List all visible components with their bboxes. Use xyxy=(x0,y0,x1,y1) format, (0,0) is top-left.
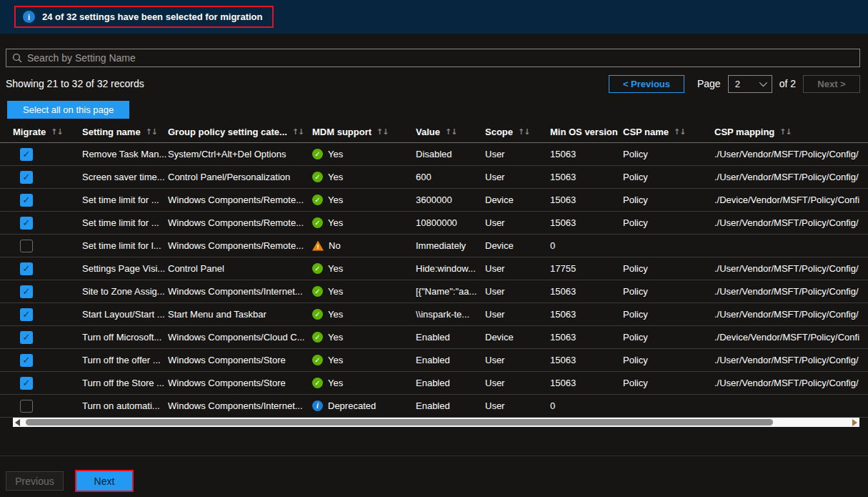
mdm-support-cell: ✓Yes xyxy=(312,378,416,388)
search-box[interactable] xyxy=(6,49,860,67)
success-status-icon: ✓ xyxy=(312,355,323,365)
mdm-support-label: Yes xyxy=(328,309,343,320)
migrate-checkbox[interactable]: ✓ xyxy=(20,217,33,230)
value-cell: 10800000 xyxy=(416,217,485,228)
column-header-scope[interactable]: Scope↑↓ xyxy=(485,127,550,137)
column-label: Group policy setting cate... xyxy=(168,127,287,137)
min-os-version-cell: 15063 xyxy=(550,286,623,297)
setting-name-cell: Set time limit for l... xyxy=(82,240,168,251)
category-cell: Windows Components/Internet... xyxy=(168,400,312,411)
sort-icon: ↑↓ xyxy=(51,127,62,137)
value-cell: Enabled xyxy=(416,332,485,343)
table-row: ✓ Turn off the Store ... Windows Compone… xyxy=(0,372,868,395)
scroll-left-icon[interactable] xyxy=(15,419,20,426)
column-header-setting-name[interactable]: Setting name↑↓ xyxy=(82,127,168,137)
min-os-version-cell: 15063 xyxy=(550,195,623,205)
info-status-icon: i xyxy=(312,400,323,411)
pagination-controls: < Previous Page 2 of 2 Next > xyxy=(609,75,860,93)
horizontal-scrollbar[interactable] xyxy=(13,418,859,427)
checkmark-icon: ✓ xyxy=(23,149,31,159)
mdm-support-cell: ✓Yes xyxy=(312,355,416,365)
value-cell: [{"Name":"aa... xyxy=(416,286,485,297)
setting-name-cell: Remove Task Man... xyxy=(82,149,168,159)
success-status-icon: ✓ xyxy=(312,286,323,297)
wizard-previous-button[interactable]: Previous xyxy=(6,471,64,491)
min-os-version-cell: 15063 xyxy=(550,217,623,228)
column-header-csp-name[interactable]: CSP name↑↓ xyxy=(623,127,714,137)
column-header-csp-mapping[interactable]: CSP mapping↑↓ xyxy=(714,127,868,137)
table-row: ✓ Settings Page Visi... Control Panel ✓Y… xyxy=(0,257,868,280)
migrate-checkbox[interactable]: ✓ xyxy=(20,400,33,413)
sort-icon: ↑↓ xyxy=(146,127,157,137)
value-cell: 600 xyxy=(416,172,485,182)
csp-mapping-cell: ./Device/Vendor/MSFT/Policy/Confi xyxy=(714,195,868,205)
search-input[interactable] xyxy=(27,52,854,64)
migrate-checkbox[interactable]: ✓ xyxy=(20,194,33,207)
mdm-support-cell: !No xyxy=(312,240,416,251)
migrate-checkbox[interactable]: ✓ xyxy=(20,331,33,344)
mdm-support-label: Yes xyxy=(328,149,343,159)
migrate-checkbox[interactable]: ✓ xyxy=(20,354,33,367)
value-cell: Enabled xyxy=(416,400,485,411)
previous-page-button[interactable]: < Previous xyxy=(609,75,684,93)
min-os-version-cell: 0 xyxy=(550,400,623,411)
csp-mapping-cell: ./User/Vendor/MSFT/Policy/Config/ xyxy=(714,286,868,297)
search-icon xyxy=(12,53,22,63)
setting-name-cell: Turn off Microsoft... xyxy=(82,332,168,343)
checkmark-icon: ✓ xyxy=(23,400,31,411)
setting-name-cell: Set time limit for ... xyxy=(82,217,168,228)
category-cell: Start Menu and Taskbar xyxy=(168,309,312,320)
category-cell: Windows Components/Store xyxy=(168,355,312,365)
checkmark-icon: ✓ xyxy=(23,172,31,182)
scope-cell: User xyxy=(485,286,550,297)
migrate-checkbox[interactable]: ✓ xyxy=(20,262,33,275)
next-page-button[interactable]: Next > xyxy=(803,75,860,93)
column-label: Migrate xyxy=(13,127,46,137)
csp-name-cell: Policy xyxy=(623,286,714,297)
column-label: Min OS version xyxy=(550,127,618,137)
column-header-value[interactable]: Value↑↓ xyxy=(416,127,485,137)
migrate-checkbox[interactable]: ✓ xyxy=(20,171,33,184)
table-header: Migrate↑↓Setting name↑↓Group policy sett… xyxy=(0,122,868,143)
column-header-mdm-support[interactable]: MDM support↑↓ xyxy=(312,127,416,137)
page-count-label: of 2 xyxy=(779,78,796,89)
table-row: ✓ Screen saver time... Control Panel/Per… xyxy=(0,166,868,189)
csp-name-cell: Policy xyxy=(623,309,714,320)
checkmark-icon: ✓ xyxy=(23,378,31,388)
setting-name-cell: Start Layout/Start ... xyxy=(82,309,168,320)
scope-cell: User xyxy=(485,400,550,411)
migrate-checkbox[interactable]: ✓ xyxy=(20,240,33,252)
success-status-icon: ✓ xyxy=(312,332,323,343)
column-header-min-os-version[interactable]: Min OS version↑↓ xyxy=(550,127,623,137)
column-header-migrate[interactable]: Migrate↑↓ xyxy=(13,127,82,137)
migrate-checkbox[interactable]: ✓ xyxy=(20,285,33,298)
sort-icon: ↑↓ xyxy=(674,127,685,137)
select-all-button[interactable]: Select all on this page xyxy=(7,101,129,119)
migrate-checkbox[interactable]: ✓ xyxy=(20,308,33,321)
mdm-support-cell: ✓Yes xyxy=(312,149,416,159)
scope-cell: Device xyxy=(485,332,550,343)
wizard-next-button[interactable]: Next xyxy=(76,471,132,491)
migrate-checkbox[interactable]: ✓ xyxy=(20,148,33,161)
category-cell: Control Panel/Personalization xyxy=(168,172,312,182)
scroll-right-icon[interactable] xyxy=(852,419,857,426)
setting-name-cell: Turn off the Store ... xyxy=(82,378,168,388)
mdm-support-label: No xyxy=(329,240,341,251)
migrate-checkbox[interactable]: ✓ xyxy=(20,377,33,390)
mdm-support-cell: ✓Yes xyxy=(312,172,416,182)
column-header-group-policy-setting-cate[interactable]: Group policy setting cate...↑↓ xyxy=(168,127,312,137)
sort-icon: ↑↓ xyxy=(292,127,304,137)
page-select[interactable]: 2 xyxy=(728,75,772,93)
csp-name-cell: Policy xyxy=(623,263,714,274)
scrollbar-thumb[interactable] xyxy=(26,419,773,425)
value-cell: Enabled xyxy=(416,355,485,365)
table-row: ✓ Set time limit for ... Windows Compone… xyxy=(0,189,868,212)
mdm-support-cell: ✓Yes xyxy=(312,286,416,297)
warning-status-icon: ! xyxy=(312,241,324,251)
min-os-version-cell: 15063 xyxy=(550,378,623,388)
mdm-support-cell: ✓Yes xyxy=(312,309,416,320)
checkmark-icon: ✓ xyxy=(23,217,31,228)
mdm-support-cell: ✓Yes xyxy=(312,195,416,205)
min-os-version-cell: 15063 xyxy=(550,172,623,182)
checkmark-icon: ✓ xyxy=(23,263,31,274)
